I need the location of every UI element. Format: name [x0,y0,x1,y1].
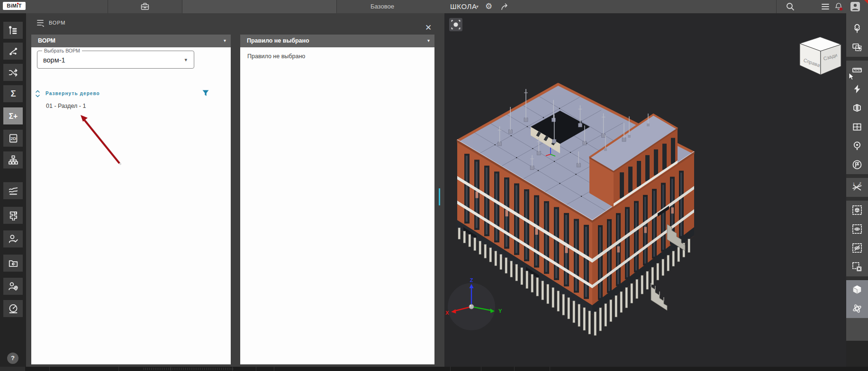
panel-title: ВОРМ [49,13,65,32]
list-icon[interactable] [821,2,830,11]
tree-item[interactable]: 01 - Раздел - 1 [46,103,86,109]
toolbar-divider [846,197,868,201]
status-separator [118,367,119,371]
notifications-bell-icon[interactable] [834,2,843,11]
status-separator [550,367,550,371]
toolbar-button-clip-box[interactable] [846,98,868,117]
rule-section: Правило не выбрано ▾ Правило не выбрано [240,35,434,364]
building-model: ZYX [444,13,846,367]
svg-text:Σ: Σ [10,88,16,98]
axis-label-x: X [445,310,449,316]
rule-status-text: Правило не выбрано [247,53,305,60]
toolbar-button-orbit[interactable] [846,299,868,318]
status-separator [49,367,50,371]
topbar-separator [108,0,108,13]
axis-label-z: Z [470,277,473,283]
settings-gear-icon[interactable]: ⚙ [485,1,492,12]
sidebar-item-plugins[interactable] [3,207,23,224]
rule-section-header[interactable]: Правило не выбрано ▾ [240,35,434,47]
vorm-section-header[interactable]: ВОРМ ▾ [31,35,231,47]
sidebar-item-view-2d[interactable]: 2D [3,130,23,147]
status-separator [256,367,256,371]
toolbar-divider [846,276,868,280]
toolbar-button-flag[interactable] [846,155,868,174]
vorm-panel: ВОРМ ✕ ВОРМ ▾ Выбрать ВОРМ ворм-1 ▾ [26,13,444,367]
close-icon[interactable]: ✕ [424,24,433,32]
toolbar-button-floor-plan[interactable] [846,117,868,136]
application-window: BiMiT Базовое пространство ▾ ШКОЛА ⚙ [0,0,868,371]
expand-tree-button[interactable] [35,90,40,97]
toolbar-button-show-selected[interactable] [846,220,868,238]
share-icon[interactable] [500,2,510,11]
focus-model-button[interactable] [449,18,462,31]
panel-menu-icon[interactable] [36,19,46,27]
sidebar-item-sum[interactable]: Σ [3,85,23,102]
viewport-toolbar: 12 [846,13,868,341]
toolbar-divider [846,57,868,61]
sidebar-item-graph-branch[interactable] [3,43,23,60]
status-separator [514,367,515,371]
status-separator [450,367,451,371]
sidebar-item-model-tree[interactable] [3,22,23,39]
topbar-separator [336,0,337,13]
help-button[interactable]: ? [7,353,18,364]
vorm-select[interactable]: Выбрать ВОРМ ворм-1 ▾ [37,51,194,69]
section-title: ВОРМ [38,35,55,47]
vorm-section-body: Выбрать ВОРМ ворм-1 ▾ Развернуть дерево … [31,47,231,364]
panel-header: ВОРМ ✕ [26,13,444,32]
workspace-selector-value: Базовое пространство [371,0,409,13]
search-icon[interactable] [786,2,795,11]
workspace-selector[interactable]: Базовое пространство ▾ [182,0,336,13]
status-separator [171,367,171,371]
status-separator [232,367,233,371]
sidebar-item-gauge[interactable] [3,300,23,317]
toolbar-button-solid-view[interactable] [846,280,868,299]
axis-label-y: Y [498,308,502,314]
axis-gizmo[interactable]: ZYX [445,277,502,330]
expand-collapse-icon [35,90,40,97]
app-logo: BiMiT [3,2,26,10]
toolbar-button-scene-tree[interactable] [846,19,868,38]
status-ticks [144,368,234,370]
vorm-select-value: ворм-1 [43,51,65,69]
toolbar-button-section-flash[interactable] [846,80,868,98]
sidebar-item-user-check[interactable] [3,230,23,247]
svg-text:2D: 2D [10,136,16,141]
sidebar-item-user-location[interactable] [3,278,23,295]
3d-viewport[interactable]: ZYX Справа Сзади [444,13,846,367]
toolbar-button-axes-grid[interactable]: 12 [846,178,868,197]
corner-marker [864,0,868,4]
chevron-down-icon: ▾ [427,35,430,47]
bottom-status-bar [0,367,868,371]
logo-accent-dot [17,3,18,4]
toolbar-divider [846,174,868,178]
status-separator [274,367,274,371]
section-title: Правило не выбрано [247,35,309,47]
project-title: ШКОЛА [450,0,477,13]
sidebar-item-charts[interactable] [3,182,23,199]
mouse-cursor [849,72,855,81]
toolbar-button-region-select[interactable] [846,38,868,57]
top-bar: BiMiT Базовое пространство ▾ ШКОЛА ⚙ [0,0,868,13]
filter-icon[interactable] [202,89,209,97]
svg-text:1: 1 [853,182,855,186]
vorm-section: ВОРМ ▾ Выбрать ВОРМ ворм-1 ▾ Развернуть … [31,35,231,364]
sidebar-item-sum-add[interactable]: Σ+ [3,107,23,124]
topbar-separator [776,0,777,13]
panel-resize-handle[interactable] [439,188,440,205]
briefcase-icon[interactable] [140,2,150,11]
view-cube[interactable]: Справа Сзади [794,33,847,78]
toolbar-button-clear-selection[interactable] [846,257,868,276]
chevron-down-icon: ▾ [224,35,226,47]
svg-text:Σ+: Σ+ [9,112,18,120]
status-separator [481,367,481,371]
expand-tree-label[interactable]: Развернуть дерево [45,91,100,96]
sidebar-item-org-chart[interactable] [3,151,23,168]
toolbar-button-locate[interactable] [846,136,868,155]
toolbar-button-hide-selected[interactable] [846,238,868,257]
rule-section-body: Правило не выбрано [240,47,434,364]
sidebar-item-shuffle[interactable] [3,64,23,81]
sidebar-item-folder-export[interactable] [3,255,23,272]
account-avatar-icon[interactable] [850,2,860,11]
toolbar-button-isolate-box[interactable] [846,201,868,220]
